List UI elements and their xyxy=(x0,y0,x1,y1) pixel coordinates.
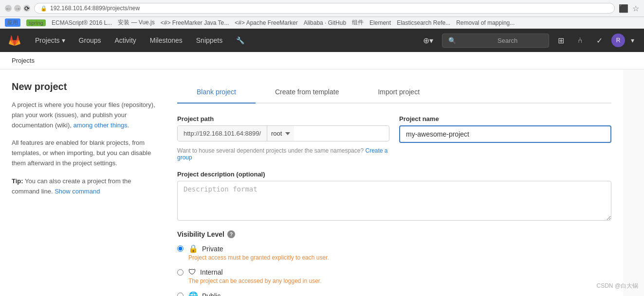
project-name-group: Project name xyxy=(399,115,611,161)
tab-create-from-template[interactable]: Create from template xyxy=(256,81,359,104)
projects-dropdown-icon: ▾ xyxy=(62,36,65,44)
page-title: New project xyxy=(12,81,158,92)
visibility-public-header: 🌐 Public xyxy=(188,291,221,296)
tab-import-project[interactable]: Import project xyxy=(358,81,439,104)
project-name-label: Project name xyxy=(399,115,611,122)
namespace-hint: Want to house several dependent projects… xyxy=(177,147,389,161)
nav-items: Projects ▾ Groups Activity Milestones Sn… xyxy=(29,33,418,48)
visibility-public-label: Public xyxy=(202,292,221,296)
bookmark-elasticsearch[interactable]: Elasticsearch Refe... xyxy=(397,19,450,26)
bookmark-element[interactable]: Element xyxy=(369,19,391,26)
project-path-label: Project path xyxy=(177,115,389,122)
bookmark-freemarker1[interactable]: <#> FreeMarker Java Te... xyxy=(161,19,229,26)
visibility-public-option: 🌐 Public xyxy=(177,291,611,296)
visibility-private-option: 🔒 Private Project access must be granted… xyxy=(177,244,611,261)
nav-projects[interactable]: Projects ▾ xyxy=(29,33,71,48)
breadcrumb-bar: Projects xyxy=(0,52,644,70)
visibility-internal-label: Internal xyxy=(200,268,223,276)
bookmark-ecmascript[interactable]: ECMAScript® 2016 L... xyxy=(52,19,112,26)
page-description-1: A project is where you house your files … xyxy=(12,100,158,130)
project-path-group: Project path http://192.168.101.64:8899/… xyxy=(177,115,389,161)
visibility-internal-radio[interactable] xyxy=(177,269,184,276)
bookmarks-bar: 应用 spring ECMAScript® 2016 L... 安装 — Vue… xyxy=(0,17,644,29)
shield-icon: 🛡 xyxy=(188,268,196,277)
description-label: Project description (optional) xyxy=(177,171,611,178)
visibility-label: Visibility Level ? xyxy=(177,230,611,238)
other-things-link[interactable]: among other things xyxy=(73,122,127,129)
tab-blank-project[interactable]: Blank project xyxy=(177,81,256,104)
search-icon: 🔍 xyxy=(448,37,494,44)
visibility-section: Visibility Level ? 🔒 Private Project acc… xyxy=(177,230,611,296)
back-button[interactable]: ← xyxy=(5,5,12,12)
todos-button[interactable]: ✓ xyxy=(591,33,607,48)
right-panel: Blank project Create from template Impor… xyxy=(177,81,611,296)
visibility-private-desc: Project access must be granted explicitl… xyxy=(188,254,329,261)
path-prefix: http://192.168.101.64:8899/ xyxy=(178,126,267,141)
description-textarea[interactable] xyxy=(177,181,611,221)
watermark: CSDN @白大锅 xyxy=(596,282,638,290)
search-placeholder: Search xyxy=(497,37,543,44)
nav-groups[interactable]: Groups xyxy=(73,33,107,48)
path-input-row: http://192.168.101.64:8899/ root xyxy=(177,125,389,141)
nav-activity[interactable]: Activity xyxy=(109,33,142,48)
left-panel: New project A project is where you house… xyxy=(12,81,158,296)
gitlab-logo[interactable] xyxy=(8,34,21,47)
bookmark-alibaba[interactable]: Alibaba · GitHub xyxy=(304,19,346,26)
refresh-button[interactable]: ⟳ xyxy=(23,5,30,12)
bookmark-components[interactable]: 组件 xyxy=(352,18,364,27)
visibility-private-label: Private xyxy=(202,245,223,253)
bookmark-spring[interactable]: spring xyxy=(26,19,46,26)
browser-actions: ⬛ ☆ xyxy=(619,4,639,13)
bookmark-freemarker2[interactable]: <#> Apache FreeMarker xyxy=(235,19,297,26)
project-tabs: Blank project Create from template Impor… xyxy=(177,81,611,104)
gitlab-navbar: Projects ▾ Groups Activity Milestones Sn… xyxy=(0,29,644,52)
visibility-internal-header: 🛡 Internal xyxy=(188,268,322,277)
nav-milestones[interactable]: Milestones xyxy=(144,33,188,48)
show-command-link[interactable]: Show command xyxy=(55,188,100,195)
url-text: 192.168.101.64:8899/projects/new xyxy=(50,5,140,12)
browser-bar: ← → ⟳ 🔒 192.168.101.64:8899/projects/new… xyxy=(0,0,644,17)
nav-wrench[interactable]: 🔧 xyxy=(230,33,250,48)
plus-icon: ⊕ xyxy=(423,36,429,45)
main-content: New project A project is where you house… xyxy=(0,70,623,296)
bookmark-vuejs[interactable]: 安装 — Vue.js xyxy=(118,18,155,27)
visibility-private-content: 🔒 Private Project access must be granted… xyxy=(188,244,329,261)
search-box[interactable]: 🔍 Search xyxy=(442,34,549,48)
avatar-dropdown-icon[interactable]: ▾ xyxy=(629,36,636,44)
merge-request-icon: ⑃ xyxy=(578,36,583,45)
page-description-2: All features are enabled for blank proje… xyxy=(12,138,158,168)
sidebar-toggle-button[interactable]: ⊞ xyxy=(553,33,569,48)
visibility-public-content: 🌐 Public xyxy=(188,291,221,296)
visibility-internal-desc: The project can be accessed by any logge… xyxy=(188,278,322,284)
todo-icon: ✓ xyxy=(596,36,603,45)
visibility-internal-option: 🛡 Internal The project can be accessed b… xyxy=(177,268,611,284)
visibility-internal-content: 🛡 Internal The project can be accessed b… xyxy=(188,268,322,284)
new-item-button[interactable]: ⊕ ▾ xyxy=(418,33,438,48)
visibility-public-radio[interactable] xyxy=(177,293,184,296)
description-group: Project description (optional) xyxy=(177,171,611,221)
forward-button[interactable]: → xyxy=(14,5,21,12)
visibility-help-icon[interactable]: ? xyxy=(227,230,235,238)
lock-icon: 🔒 xyxy=(188,244,198,253)
bookmark-removal[interactable]: Removal of mapping... xyxy=(456,19,515,26)
user-avatar[interactable]: R xyxy=(611,34,625,47)
breadcrumb-projects[interactable]: Projects xyxy=(12,57,35,64)
namespace-select[interactable]: root xyxy=(267,126,294,141)
project-name-input[interactable] xyxy=(399,125,611,143)
visibility-private-header: 🔒 Private xyxy=(188,244,329,253)
visibility-private-radio[interactable] xyxy=(177,245,184,252)
project-path-name-row: Project path http://192.168.101.64:8899/… xyxy=(177,115,611,161)
bookmark-icon[interactable]: ☆ xyxy=(632,4,639,13)
nav-snippets[interactable]: Snippets xyxy=(190,33,228,48)
bookmark-apps[interactable]: 应用 xyxy=(5,18,20,27)
browser-nav-buttons[interactable]: ← → ⟳ xyxy=(5,5,30,12)
wrench-icon: 🔧 xyxy=(236,36,244,44)
nav-right: ⊕ ▾ 🔍 Search ⊞ ⑃ ✓ R ▾ xyxy=(418,33,636,48)
sidebar-icon: ⊞ xyxy=(558,36,564,45)
page-tip: Tip: You can also create a project from … xyxy=(12,176,158,197)
globe-icon: 🌐 xyxy=(188,291,198,296)
merge-requests-button[interactable]: ⑃ xyxy=(573,33,588,48)
plus-dropdown-icon: ▾ xyxy=(429,36,433,45)
address-bar[interactable]: 🔒 192.168.101.64:8899/projects/new xyxy=(34,3,615,14)
cast-icon[interactable]: ⬛ xyxy=(619,4,628,13)
